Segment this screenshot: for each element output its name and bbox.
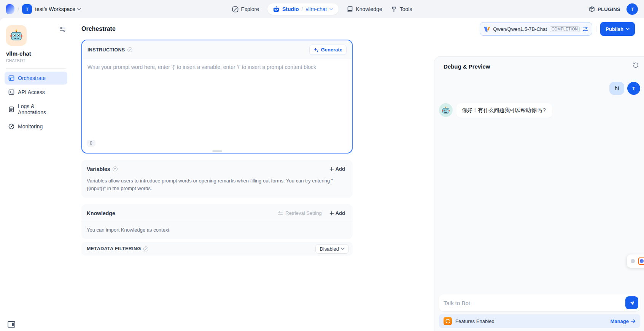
generate-label: Generate [321,47,342,53]
sidebar-item-orchestrate[interactable]: Orchestrate [5,72,67,85]
add-variable-button[interactable]: Add [327,165,347,173]
gauge-icon [8,123,14,130]
nav-knowledge[interactable]: Knowledge [347,6,382,13]
user-avatar[interactable]: T [627,3,638,15]
studio-slash: / [302,6,303,12]
generate-button[interactable]: Generate [309,45,347,55]
sidebar-item-api-access[interactable]: API Access [5,86,67,99]
plugins-button[interactable]: PLUGINS [589,6,620,13]
collapse-sidebar-icon[interactable] [8,321,15,328]
debug-preview-title: Debug & Preview [444,63,490,70]
prompt-editor[interactable]: Write your prompt word here, enter '{' t… [82,59,352,139]
terminal-icon [8,89,14,95]
metadata-filtering-row: METADATA FILTERING ? Disabled [81,242,353,256]
send-icon [629,300,635,306]
retrieval-setting-button[interactable]: Retrieval Setting [278,210,321,216]
send-button[interactable] [625,296,638,309]
book-icon [347,6,353,13]
explore-icon [232,6,239,13]
sliders-icon [278,211,283,216]
sparkle-icon [313,47,319,53]
variables-description: Variables allow users to introduce promp… [81,176,353,198]
knowledge-panel: Knowledge Retrieval Setting Add You can … [81,204,353,239]
char-count-badge: 0 [87,140,95,147]
help-icon: ? [113,166,118,171]
header-divider [596,26,596,32]
app-name: vllm-chat [6,50,66,57]
nav-knowledge-label: Knowledge [356,6,382,12]
package-icon [589,6,595,13]
nav-explore[interactable]: Explore [232,6,259,13]
sidebar-item-label: Logs & Annotations [18,103,64,115]
extension-pill[interactable] [627,254,644,268]
user-chat-avatar: T [627,82,640,95]
restart-conversation-icon[interactable] [633,62,639,70]
metadata-title: METADATA FILTERING [87,246,141,251]
app-icon[interactable] [6,25,27,46]
chevron-down-icon [626,28,630,30]
hammer-icon [391,6,397,13]
nav-tools[interactable]: Tools [391,6,412,13]
features-bar: Features Enabled Manage [439,314,640,328]
user-message-bubble: hi [609,82,624,95]
chevron-down-icon [329,8,333,10]
publish-label: Publish [606,26,623,32]
resize-handle[interactable] [212,150,222,152]
retrieval-setting-label: Retrieval Setting [285,210,321,216]
robot-icon [273,6,280,12]
publish-button[interactable]: Publish [600,22,635,36]
model-mode-badge: COMPLETION [550,26,580,32]
plus-icon [329,167,334,171]
metadata-value: Disabled [320,246,339,252]
knowledge-title: Knowledge [87,210,115,216]
manage-features-link[interactable]: Manage [611,318,636,324]
sidebar-item-label: Orchestrate [18,75,46,81]
extension-logo-icon [638,257,644,265]
help-icon: ? [127,47,132,52]
nav-tools-label: Tools [400,6,412,12]
logs-icon [8,106,14,112]
chevron-down-icon [77,8,81,10]
workspace-switcher[interactable]: test's Workspace [35,6,81,12]
add-knowledge-label: Add [336,210,345,216]
studio-app-name: vllm-chat [305,6,327,12]
bot-message-bubble: 你好！有什么问题我可以帮助你吗？ [456,103,552,118]
instructions-panel: INSTRUCTIONS ? Generate Write your promp… [81,40,353,154]
chat-input[interactable] [439,294,640,311]
add-knowledge-button[interactable]: Add [327,209,347,217]
features-enabled-label: Features Enabled [455,318,495,324]
plugins-label: PLUGINS [598,6,620,12]
metadata-filtering-toggle[interactable]: Disabled [315,244,349,254]
chat-message-user: hi T [439,82,640,95]
variables-title: Variables [87,166,110,172]
workspace-avatar[interactable]: T [22,4,32,14]
variables-panel: Variables ? Add Variables allow users to… [81,160,353,198]
sidebar-item-logs-annotations[interactable]: Logs & Annotations [5,100,67,119]
debug-preview-panel: Debug & Preview hi T 你好！有什么问题我可以帮助你吗？ [434,56,644,331]
model-selector[interactable]: Qwen/Qwen1.5-7B-Chat COMPLETION [480,22,592,36]
orchestrate-icon [8,75,14,81]
nav-studio[interactable]: Studio / vllm-chat [267,3,339,15]
nav-explore-label: Explore [241,6,259,12]
main-area: Orchestrate Qwen/Qwen1.5-7B-Chat COMPLET… [72,18,644,331]
main-nav: Explore Studio / vllm-chat Knowledge Too… [232,0,412,18]
model-params-icon [582,27,588,32]
breadcrumb-slash: / [17,6,19,13]
chat-input-container [439,294,640,311]
nav-studio-label: Studio [282,6,299,12]
chevron-down-icon [341,248,345,250]
sidebar-item-monitoring[interactable]: Monitoring [5,120,67,133]
chat-message-assistant: 你好！有什么问题我可以帮助你吗？ [439,103,640,118]
manage-label: Manage [611,318,629,324]
instructions-title: INSTRUCTIONS [87,47,125,53]
model-name: Qwen/Qwen1.5-7B-Chat [493,26,547,32]
features-icon [444,317,452,325]
knowledge-description: You can import Knowledge as context [81,222,353,239]
top-bar: / T test's Workspace Explore Studio / vl… [0,0,644,18]
sidebar-divider [6,68,66,69]
sidebar-item-label: Monitoring [18,123,43,130]
app-type-label: CHATBOT [6,59,66,63]
bot-chat-avatar [439,103,453,117]
app-settings-icon[interactable] [60,27,66,34]
app-sidebar: vllm-chat CHATBOT Orchestrate API Access… [0,18,72,331]
